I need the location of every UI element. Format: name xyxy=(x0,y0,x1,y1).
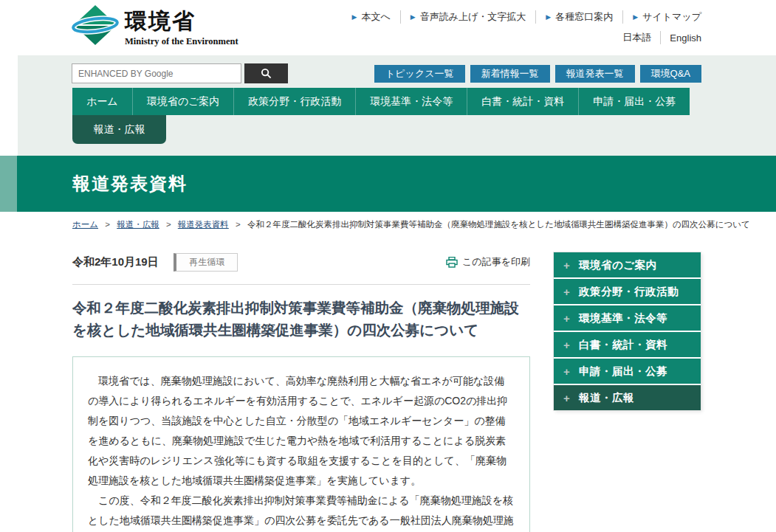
sidebar-item-label: 白書・統計・資料 xyxy=(579,338,667,352)
breadcrumb: ホーム > 報道・広報 > 報道発表資料 > 令和２年度二酸化炭素排出抑制対策事… xyxy=(72,219,771,230)
site-header: 環境省 Ministry of the Environment ▶ 本文へ ▶ … xyxy=(0,0,776,55)
category-tag[interactable]: 再生循環 xyxy=(174,253,238,272)
breadcrumb-separator: > xyxy=(166,220,171,229)
arrow-right-icon: ▶ xyxy=(546,13,551,21)
nav-item-press-active[interactable]: 報道・広報 xyxy=(72,115,166,144)
sidebar-item-label: 報道・広報 xyxy=(579,391,634,405)
nav-item-policy[interactable]: 政策分野・行政活動 xyxy=(233,88,355,115)
printer-icon xyxy=(446,257,458,268)
logo-subtitle: Ministry of the Environment xyxy=(125,36,238,47)
breadcrumb-home[interactable]: ホーム xyxy=(72,220,98,229)
moe-logo-icon xyxy=(72,4,119,46)
sidebar-item-whitepaper[interactable]: + 白書・統計・資料 xyxy=(554,332,701,357)
article-date: 令和2年10月19日 xyxy=(72,255,159,269)
quick-links: トピックス一覧 新着情報一覧 報道発表一覧 環境Q&A xyxy=(374,65,701,83)
breadcrumb-press-releases[interactable]: 報道発表資料 xyxy=(178,220,229,229)
utility-link-label: 本文へ xyxy=(361,10,390,24)
plus-icon: + xyxy=(560,259,573,272)
page-title-band: 報道発表資料 xyxy=(0,156,776,212)
title-band-stripe xyxy=(0,156,17,212)
utility-link-label: 音声読み上げ・文字拡大 xyxy=(420,10,526,24)
sidebar-item-policy[interactable]: + 政策分野・行政活動 xyxy=(554,279,701,304)
sidebar-item-press[interactable]: + 報道・広報 xyxy=(554,385,701,410)
utility-links: ▶ 本文へ ▶ 音声読み上げ・文字拡大 ▶ 各種窓口案内 ▶ サイトマップ xyxy=(343,10,701,24)
logo-title: 環境省 xyxy=(125,7,238,35)
utility-link-honbun[interactable]: ▶ 本文へ xyxy=(343,10,401,24)
breadcrumb-current: 令和２年度二酸化炭素排出抑制対策事業費等補助金（廃棄物処理施設を核とした地域循環… xyxy=(247,220,750,229)
logo-text-block: 環境省 Ministry of the Environment xyxy=(125,4,238,47)
nav-item-whitepaper[interactable]: 白書・統計・資料 xyxy=(467,88,578,115)
plus-icon: + xyxy=(560,339,573,351)
sidebar-item-label: 環境省のご案内 xyxy=(579,258,657,272)
sidebar-item-label: 申請・届出・公募 xyxy=(579,365,667,379)
quick-link-new-info[interactable]: 新着情報一覧 xyxy=(470,65,550,83)
utility-link-contact[interactable]: ▶ 各種窓口案内 xyxy=(536,10,623,24)
utility-link-label: サイトマップ xyxy=(642,10,701,24)
plus-icon: + xyxy=(560,286,573,298)
nav-item-standards[interactable]: 環境基準・法令等 xyxy=(355,88,467,115)
nav-item-application[interactable]: 申請・届出・公募 xyxy=(578,88,690,115)
quick-link-qa[interactable]: 環境Q&A xyxy=(640,65,701,83)
sidebar-nav: + 環境省のご案内 + 政策分野・行政活動 + 環境基準・法令等 + 白書・統計… xyxy=(554,252,701,410)
utility-link-sitemap[interactable]: ▶ サイトマップ xyxy=(623,10,701,24)
search-button[interactable] xyxy=(244,63,288,83)
main-nav: ホーム 環境省のご案内 政策分野・行政活動 環境基準・法令等 白書・統計・資料 … xyxy=(72,88,690,115)
page: 環境省 Ministry of the Environment ▶ 本文へ ▶ … xyxy=(0,0,776,532)
arrow-right-icon: ▶ xyxy=(352,13,357,21)
sidebar-item-label: 政策分野・行政活動 xyxy=(579,285,679,299)
print-label: この記事を印刷 xyxy=(462,255,530,269)
article-paragraph: この度、令和２年度二酸化炭素排出抑制対策事業費等補助金による「廃棄物処理施設を核… xyxy=(88,491,515,532)
sidebar-item-label: 環境基準・法令等 xyxy=(579,311,667,325)
sidebar-item-about[interactable]: + 環境省のご案内 xyxy=(554,252,701,277)
breadcrumb-separator: > xyxy=(105,220,110,229)
article-paragraph: 環境省では、廃棄物処理施設において、高効率な廃熱利用と大幅な省エネが可能な設備の… xyxy=(88,371,515,490)
arrow-right-icon: ▶ xyxy=(633,13,638,21)
print-article-link[interactable]: この記事を印刷 xyxy=(446,255,530,269)
arrow-right-icon: ▶ xyxy=(411,13,416,21)
search-input[interactable] xyxy=(72,63,241,83)
article-heading: 令和２年度二酸化炭素排出抑制対策事業費等補助金（廃棄物処理施設を核とした地域循環… xyxy=(72,297,530,341)
language-switcher: 日本語 English xyxy=(614,31,701,44)
article: 令和2年10月19日 再生循環 この記事を印刷 令和２年度二酸化炭素排出抑制対策… xyxy=(72,253,530,532)
meta-divider xyxy=(72,284,530,285)
nav-item-home[interactable]: ホーム xyxy=(72,88,132,115)
sidebar-item-standards[interactable]: + 環境基準・法令等 xyxy=(554,305,701,331)
page-title: 報道発表資料 xyxy=(72,172,188,196)
breadcrumb-press-section[interactable]: 報道・広報 xyxy=(117,220,159,229)
sidebar-item-application[interactable]: + 申請・届出・公募 xyxy=(554,359,701,384)
lang-japanese[interactable]: 日本語 xyxy=(614,31,661,44)
plus-icon: + xyxy=(560,312,573,325)
utility-link-label: 各種窓口案内 xyxy=(555,10,613,24)
quick-link-topics[interactable]: トピックス一覧 xyxy=(374,65,465,83)
breadcrumb-separator: > xyxy=(236,220,241,229)
article-meta-row: 令和2年10月19日 再生循環 この記事を印刷 xyxy=(72,253,530,275)
plus-icon: + xyxy=(560,392,573,404)
plus-icon: + xyxy=(560,365,573,378)
article-body-box: 環境省では、廃棄物処理施設において、高効率な廃熱利用と大幅な省エネが可能な設備の… xyxy=(72,356,530,532)
quick-link-press[interactable]: 報道発表一覧 xyxy=(555,65,635,83)
nav-item-about[interactable]: 環境省のご案内 xyxy=(132,88,234,115)
utility-link-accessibility[interactable]: ▶ 音声読み上げ・文字拡大 xyxy=(401,10,537,24)
ministry-logo[interactable]: 環境省 Ministry of the Environment xyxy=(72,4,238,47)
lang-english[interactable]: English xyxy=(661,32,701,44)
search-icon xyxy=(261,68,272,79)
